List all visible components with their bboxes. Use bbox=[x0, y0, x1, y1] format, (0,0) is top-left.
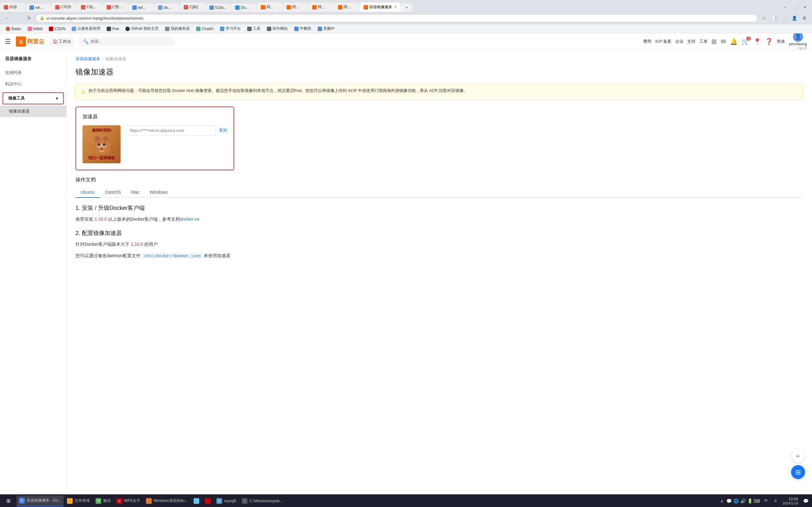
bookmarks-bar: Baidu bilibili CSDN 云服务器管理 Poe Github 我的… bbox=[0, 24, 812, 33]
apps-icon[interactable]: ⊞ bbox=[711, 38, 717, 45]
tab-1[interactable]: 内容 bbox=[0, 3, 26, 12]
tab-windows[interactable]: Windows bbox=[144, 187, 172, 198]
tray-icon-3[interactable]: 🔊 bbox=[740, 498, 746, 504]
nav-item-icp[interactable]: ICP 备案 bbox=[655, 39, 671, 44]
bookmark-bilibili[interactable]: bilibili bbox=[25, 26, 45, 32]
forward-button[interactable]: → bbox=[14, 14, 23, 22]
tab-9[interactable]: 51do... bbox=[206, 3, 231, 12]
message-icon[interactable]: ✉ bbox=[721, 38, 726, 45]
bookmark-poe[interactable]: Poe bbox=[104, 26, 121, 32]
taskbar-app-6[interactable] bbox=[202, 496, 213, 506]
bookmark-chatai[interactable]: ChatAI bbox=[194, 26, 216, 32]
header-search[interactable]: 🔍 bbox=[79, 37, 174, 46]
bookmark-software[interactable]: 软件网站 bbox=[264, 25, 290, 32]
sidebar-group-title-tools[interactable]: 镜像工具 ▾ bbox=[3, 92, 64, 104]
tab-6[interactable]: wir... bbox=[129, 3, 154, 12]
start-button[interactable]: ⊞ bbox=[3, 495, 14, 507]
taskbar-app-files[interactable]: 文件管理 bbox=[64, 496, 92, 506]
minimize-button[interactable]: ─ bbox=[780, 3, 789, 12]
bell-icon[interactable]: 🔔 bbox=[730, 38, 738, 45]
daemon-json-link[interactable]: /etc/docker/daemon.json bbox=[142, 253, 202, 259]
bookmark-baidu[interactable]: Baidu bbox=[3, 26, 24, 32]
tab-7[interactable]: do... bbox=[154, 3, 180, 12]
cart-icon[interactable]: 🛒 2 bbox=[742, 38, 750, 45]
page-container: ☰ 云 阿里云 🏠 工作台 🔍 费用 ICP 备案 企业 支持 工单 ⊞ bbox=[0, 33, 812, 494]
docker-ce-link[interactable]: docker-ce bbox=[180, 217, 199, 222]
tab-3[interactable]: C写作 bbox=[51, 3, 77, 12]
taskbar-app-cmd[interactable]: > C:\Windows\syste... bbox=[239, 496, 285, 506]
accelerator-title: 加速器 bbox=[83, 114, 227, 120]
language-switch[interactable]: 简体 bbox=[777, 39, 785, 44]
avatar: 👤 bbox=[793, 33, 803, 42]
bookmark-cloud[interactable]: 云服务器管理 bbox=[69, 25, 103, 32]
tab-10[interactable]: Do... bbox=[231, 3, 257, 12]
copy-button[interactable]: 复制 bbox=[219, 127, 227, 133]
tray-icon-4[interactable]: 🔋 bbox=[747, 498, 753, 504]
tray-icon-5[interactable]: ⌨ bbox=[754, 498, 760, 504]
nav-item-fees[interactable]: 费用 bbox=[643, 39, 651, 44]
tab-12[interactable]: 阿... bbox=[283, 3, 308, 12]
taskbar-app-wps[interactable]: W WPS文字 bbox=[114, 496, 143, 506]
taskbar-clock[interactable]: 19:08 2024/1/19 bbox=[781, 497, 799, 505]
breadcrumb-link-1[interactable]: 容器镜像服务 bbox=[75, 56, 100, 62]
location-icon[interactable]: 📍 bbox=[753, 38, 761, 45]
user-profile[interactable]: 👤 percheung 主账号 bbox=[789, 33, 807, 51]
split-button[interactable]: ⬜ bbox=[780, 14, 789, 22]
reading-list-button[interactable]: 📑 bbox=[769, 14, 778, 22]
nav-item-support[interactable]: 支持 bbox=[687, 39, 696, 44]
bookmark-zh-en[interactable]: 中翻英 bbox=[292, 25, 314, 32]
accelerator-url-row: 复制 bbox=[125, 125, 227, 136]
bookmark-tools[interactable]: 工具 bbox=[245, 25, 263, 32]
nav-item-enterprise[interactable]: 企业 bbox=[675, 39, 683, 44]
nav-item-workbench[interactable]: 🏠 工作台 bbox=[50, 37, 74, 46]
search-input[interactable] bbox=[91, 39, 171, 44]
tab-11[interactable]: 阿... bbox=[257, 3, 283, 12]
tray-icon-2[interactable]: 🌐 bbox=[733, 498, 739, 504]
tray-up-icon[interactable]: ∧ bbox=[719, 498, 725, 504]
tab-close-icon[interactable]: ✕ bbox=[394, 5, 397, 9]
taskbar-app-docker[interactable]: Windows系统的do... bbox=[143, 496, 190, 506]
float-grid-button[interactable]: ⊞ bbox=[791, 465, 805, 479]
close-button[interactable]: ✕ bbox=[801, 3, 809, 12]
new-tab-button[interactable]: + bbox=[401, 3, 412, 12]
svg-point-6 bbox=[103, 136, 108, 142]
profile-button[interactable]: 👤 bbox=[790, 14, 799, 22]
tab-active[interactable]: 容器镜像服务 ✕ bbox=[360, 3, 401, 12]
sidebar-item-instances[interactable]: 实例列表 bbox=[0, 67, 66, 78]
bookmark-learning[interactable]: 学习平台 bbox=[217, 25, 243, 32]
bookmark-server[interactable]: 我的服务器 bbox=[162, 25, 192, 32]
tab-4[interactable]: C私... bbox=[77, 3, 102, 12]
tab-ubuntu[interactable]: Ubuntu bbox=[75, 187, 100, 198]
tab-14[interactable]: 阿... bbox=[334, 3, 359, 12]
language-indicator-en[interactable]: A bbox=[772, 498, 779, 504]
taskbar-app-5[interactable] bbox=[191, 496, 202, 506]
nav-item-workorder[interactable]: 工单 bbox=[699, 39, 708, 44]
tab-13[interactable]: 阿... bbox=[308, 3, 334, 12]
tab-5[interactable]: C赞... bbox=[103, 3, 128, 12]
sidebar-item-accelerator[interactable]: 镜像加速器 bbox=[0, 106, 66, 117]
accelerator-url-input[interactable] bbox=[125, 125, 216, 136]
extensions-button[interactable]: ⚙ bbox=[800, 14, 809, 22]
taskbar-app-mysql[interactable]: M mysql8 bbox=[214, 496, 239, 506]
bookmark-en-zh[interactable]: 英翻中 bbox=[315, 25, 337, 32]
language-indicator-zh[interactable]: 中 bbox=[762, 498, 770, 504]
back-button[interactable]: ← bbox=[3, 14, 12, 22]
taskbar-app-browser[interactable]: G 容器镜像服务 - Go... bbox=[16, 496, 64, 506]
bookmark-github[interactable]: Github 我的主页 bbox=[123, 25, 161, 32]
tray-icon-1[interactable]: 💬 bbox=[726, 498, 732, 504]
bookmark-button[interactable]: ☆ bbox=[759, 14, 768, 22]
help-icon[interactable]: ❓ bbox=[765, 38, 773, 45]
address-bar[interactable]: 🔒 cr.console.aliyun.com/cn-hangzhou/inst… bbox=[36, 14, 757, 22]
maximize-button[interactable]: ⬜ bbox=[791, 3, 799, 12]
float-edit-button[interactable]: ✏ bbox=[792, 450, 804, 463]
tab-8[interactable]: C[标] bbox=[180, 3, 205, 12]
sidebar-item-products[interactable]: 制品中心 bbox=[0, 78, 66, 90]
tab-2[interactable]: wir... bbox=[26, 3, 51, 12]
notification-button[interactable]: 💬 bbox=[802, 496, 809, 506]
tab-centos[interactable]: CentOS bbox=[100, 187, 126, 198]
header-menu-button[interactable]: ☰ bbox=[5, 38, 11, 45]
reload-button[interactable]: ↻ bbox=[25, 14, 34, 22]
tab-mac[interactable]: Mac bbox=[126, 187, 144, 198]
taskbar-app-wechat[interactable]: W 微信 bbox=[93, 496, 113, 506]
bookmark-csdn[interactable]: CSDN bbox=[46, 26, 68, 32]
